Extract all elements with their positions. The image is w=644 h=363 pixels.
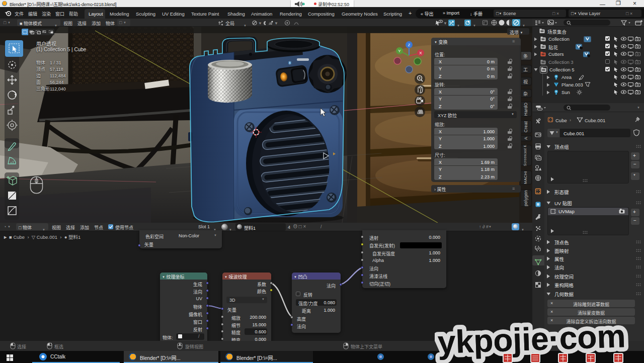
svg-text:▼: ▼ xyxy=(274,21,278,26)
svg-text:Y: Y xyxy=(398,49,401,53)
svg-text:Z: Z xyxy=(408,43,411,47)
svg-text:▼: ▼ xyxy=(258,21,262,26)
svg-text:X: X xyxy=(419,51,422,55)
svg-text:▼: ▼ xyxy=(443,21,447,26)
